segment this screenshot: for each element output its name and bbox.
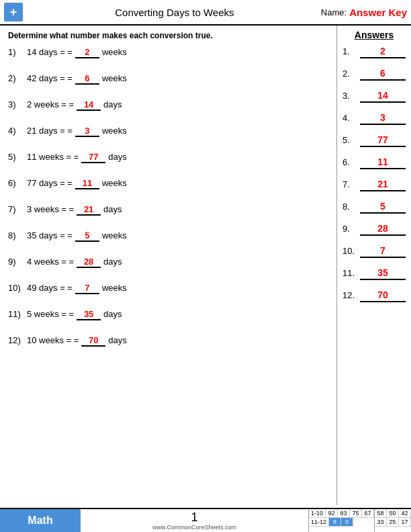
- answer-blank: 14: [77, 99, 101, 111]
- question-item: 7) 3 weeks = = 21 days: [8, 204, 328, 216]
- answer-blank: 35: [77, 309, 101, 320]
- stats-1-10-label: 1-10: [309, 509, 326, 518]
- question-expression: 11 weeks = =: [27, 152, 79, 162]
- question-text: 11 weeks = = 77 days: [27, 152, 127, 163]
- answer-value: 6: [360, 68, 406, 81]
- answer-value: 35: [360, 267, 406, 280]
- stat-8: 8: [329, 518, 341, 527]
- question-unit: days: [103, 257, 122, 267]
- question-item: 8) 35 days = = 5 weeks: [8, 230, 328, 242]
- question-unit: weeks: [102, 230, 127, 240]
- answer-number: 5.: [342, 135, 360, 145]
- question-expression: 2 weeks = =: [27, 99, 74, 109]
- question-expression: 77 days = =: [27, 178, 73, 188]
- question-unit: days: [103, 204, 122, 214]
- question-item: 12) 10 weeks = = 70 days: [8, 335, 328, 347]
- instructions: Determine what number makes each convers…: [8, 31, 328, 40]
- question-number: 11): [8, 309, 27, 319]
- question-unit: weeks: [102, 178, 127, 188]
- questions-area: Determine what number makes each convers…: [0, 26, 337, 505]
- question-text: 4 weeks = = 28 days: [27, 257, 122, 268]
- stat-33: 33: [375, 518, 387, 527]
- answer-row: 12. 70: [342, 290, 406, 302]
- name-label: Name:: [321, 7, 347, 17]
- answer-value: 14: [360, 90, 406, 103]
- worksheet-title: Converting Days to Weeks: [28, 7, 321, 18]
- question-expression: 14 days = =: [27, 47, 73, 57]
- answer-blank: 77: [81, 152, 105, 163]
- question-item: 1) 14 days = = 2 weeks: [8, 47, 328, 58]
- question-unit: days: [108, 152, 126, 162]
- question-item: 10) 49 days = = 7 weeks: [8, 283, 328, 294]
- answer-row: 5. 77: [342, 134, 406, 147]
- question-item: 9) 4 weeks = = 28 days: [8, 257, 328, 268]
- answer-row: 2. 6: [342, 68, 406, 81]
- question-unit: weeks: [102, 47, 127, 57]
- question-text: 49 days = = 7 weeks: [27, 283, 127, 294]
- answer-number: 1.: [342, 46, 360, 56]
- answer-number: 3.: [342, 91, 360, 101]
- answer-row: 10. 7: [342, 245, 406, 258]
- stat-75: 75: [350, 509, 362, 518]
- answer-value: 70: [360, 290, 406, 302]
- stats-11-12-label: 11-12: [309, 518, 329, 527]
- question-unit: days: [103, 99, 122, 109]
- question-expression: 3 weeks = =: [27, 204, 74, 214]
- answer-value: 2: [360, 46, 406, 58]
- question-text: 10 weeks = = 70 days: [27, 335, 127, 347]
- question-number: 1): [8, 47, 27, 57]
- answer-row: 7. 21: [342, 179, 406, 191]
- question-number: 9): [8, 257, 27, 267]
- answer-row: 3. 14: [342, 90, 406, 103]
- question-item: 11) 5 weeks = = 35 days: [8, 309, 328, 320]
- answer-value: 21: [360, 179, 406, 191]
- question-text: 14 days = = 2 weeks: [27, 47, 127, 58]
- question-item: 3) 2 weeks = = 14 days: [8, 99, 328, 111]
- page-number: 1: [191, 511, 197, 523]
- stat-58: 58: [375, 509, 387, 518]
- answer-number: 11.: [342, 268, 360, 278]
- stats-row-11-12: 11-12 8 0: [309, 518, 374, 527]
- question-text: 21 days = = 3 weeks: [27, 126, 127, 137]
- answer-row: 11. 35: [342, 267, 406, 280]
- question-item: 4) 21 days = = 3 weeks: [8, 126, 328, 137]
- answer-row: 1. 2: [342, 46, 406, 58]
- question-unit: weeks: [102, 73, 127, 83]
- answer-blank: 6: [75, 73, 99, 85]
- question-unit: days: [108, 335, 126, 345]
- stats-block-extra: 58 50 42 33 25 17: [374, 509, 411, 532]
- footer: Math 1 www.CommonCoreSheets.com 1-10 92 …: [0, 508, 411, 532]
- answer-row: 9. 28: [342, 223, 406, 236]
- footer-center: 1 www.CommonCoreSheets.com: [81, 509, 308, 532]
- answer-blank: 3: [75, 126, 99, 137]
- stats-block-1-10: 1-10 92 83 75 67 11-12 8 0: [308, 509, 374, 532]
- question-number: 12): [8, 335, 27, 345]
- stat-67: 67: [362, 509, 374, 518]
- question-expression: 49 days = =: [27, 283, 73, 293]
- answer-blank: 2: [75, 47, 99, 58]
- stat-50: 50: [387, 509, 399, 518]
- answer-number: 8.: [342, 202, 360, 212]
- answer-number: 7.: [342, 179, 360, 189]
- question-text: 42 days = = 6 weeks: [27, 73, 127, 85]
- answers-title: Answers: [342, 30, 406, 40]
- question-unit: weeks: [102, 283, 127, 293]
- stat-92: 92: [326, 509, 338, 518]
- question-text: 5 weeks = = 35 days: [27, 309, 122, 320]
- answer-number: 2.: [342, 69, 360, 79]
- question-expression: 35 days = =: [27, 230, 73, 240]
- question-number: 2): [8, 73, 27, 83]
- answer-blank: 70: [81, 335, 105, 347]
- question-item: 2) 42 days = = 6 weeks: [8, 73, 328, 85]
- answer-value: 11: [360, 157, 406, 169]
- answer-number: 10.: [342, 246, 360, 256]
- question-number: 8): [8, 230, 27, 240]
- question-text: 77 days = = 11 weeks: [27, 178, 127, 189]
- footer-url: www.CommonCoreSheets.com: [152, 524, 236, 531]
- answer-value: 28: [360, 223, 406, 236]
- answer-blank: 7: [75, 283, 99, 294]
- answer-value: 77: [360, 134, 406, 147]
- answer-blank: 21: [77, 204, 101, 216]
- answer-number: 9.: [342, 224, 360, 234]
- stats-extra-row2: 33 25 17: [375, 518, 411, 527]
